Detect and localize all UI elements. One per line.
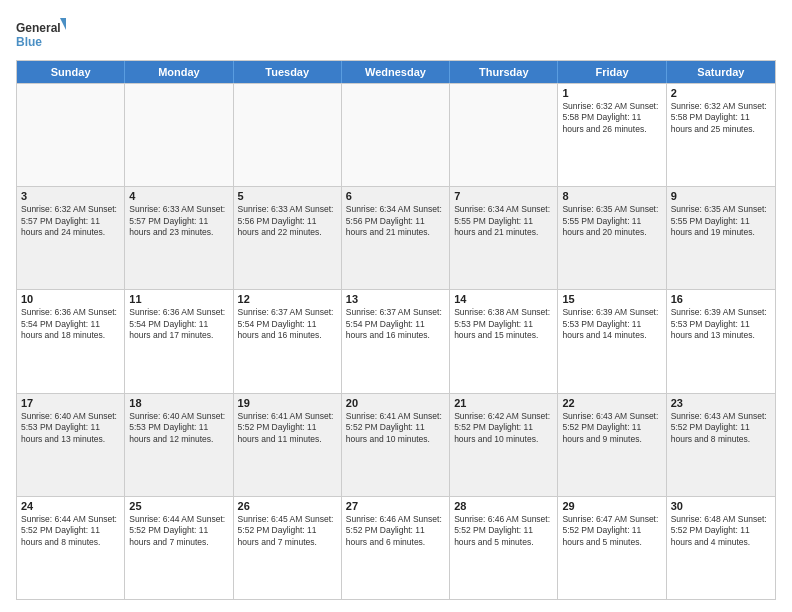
day-number-25: 25 [129,500,228,512]
day-info-5: Sunrise: 6:33 AM Sunset: 5:56 PM Dayligh… [238,204,337,238]
day-cell-7: 7Sunrise: 6:34 AM Sunset: 5:55 PM Daylig… [450,187,558,289]
day-info-7: Sunrise: 6:34 AM Sunset: 5:55 PM Dayligh… [454,204,553,238]
header-day-sunday: Sunday [17,61,125,83]
day-number-26: 26 [238,500,337,512]
calendar-body: 1Sunrise: 6:32 AM Sunset: 5:58 PM Daylig… [17,83,775,599]
day-cell-14: 14Sunrise: 6:38 AM Sunset: 5:53 PM Dayli… [450,290,558,392]
day-number-11: 11 [129,293,228,305]
calendar-header: SundayMondayTuesdayWednesdayThursdayFrid… [17,61,775,83]
day-cell-24: 24Sunrise: 6:44 AM Sunset: 5:52 PM Dayli… [17,497,125,599]
week-row-1: 1Sunrise: 6:32 AM Sunset: 5:58 PM Daylig… [17,83,775,186]
day-info-20: Sunrise: 6:41 AM Sunset: 5:52 PM Dayligh… [346,411,445,445]
day-number-4: 4 [129,190,228,202]
empty-cell-0-0 [17,84,125,186]
day-number-27: 27 [346,500,445,512]
svg-text:Blue: Blue [16,35,42,49]
day-cell-20: 20Sunrise: 6:41 AM Sunset: 5:52 PM Dayli… [342,394,450,496]
day-info-26: Sunrise: 6:45 AM Sunset: 5:52 PM Dayligh… [238,514,337,548]
day-number-30: 30 [671,500,771,512]
svg-marker-2 [60,18,66,30]
logo-svg: General Blue [16,16,66,52]
day-number-21: 21 [454,397,553,409]
day-info-22: Sunrise: 6:43 AM Sunset: 5:52 PM Dayligh… [562,411,661,445]
day-number-18: 18 [129,397,228,409]
day-info-9: Sunrise: 6:35 AM Sunset: 5:55 PM Dayligh… [671,204,771,238]
day-cell-25: 25Sunrise: 6:44 AM Sunset: 5:52 PM Dayli… [125,497,233,599]
day-info-10: Sunrise: 6:36 AM Sunset: 5:54 PM Dayligh… [21,307,120,341]
day-number-13: 13 [346,293,445,305]
day-info-30: Sunrise: 6:48 AM Sunset: 5:52 PM Dayligh… [671,514,771,548]
day-cell-22: 22Sunrise: 6:43 AM Sunset: 5:52 PM Dayli… [558,394,666,496]
day-info-12: Sunrise: 6:37 AM Sunset: 5:54 PM Dayligh… [238,307,337,341]
day-number-19: 19 [238,397,337,409]
day-number-24: 24 [21,500,120,512]
day-info-17: Sunrise: 6:40 AM Sunset: 5:53 PM Dayligh… [21,411,120,445]
day-info-4: Sunrise: 6:33 AM Sunset: 5:57 PM Dayligh… [129,204,228,238]
day-info-19: Sunrise: 6:41 AM Sunset: 5:52 PM Dayligh… [238,411,337,445]
day-cell-12: 12Sunrise: 6:37 AM Sunset: 5:54 PM Dayli… [234,290,342,392]
empty-cell-0-2 [234,84,342,186]
day-cell-16: 16Sunrise: 6:39 AM Sunset: 5:53 PM Dayli… [667,290,775,392]
day-info-23: Sunrise: 6:43 AM Sunset: 5:52 PM Dayligh… [671,411,771,445]
day-number-10: 10 [21,293,120,305]
week-row-4: 17Sunrise: 6:40 AM Sunset: 5:53 PM Dayli… [17,393,775,496]
day-number-22: 22 [562,397,661,409]
day-info-8: Sunrise: 6:35 AM Sunset: 5:55 PM Dayligh… [562,204,661,238]
header: General Blue [16,12,776,52]
header-day-tuesday: Tuesday [234,61,342,83]
day-cell-29: 29Sunrise: 6:47 AM Sunset: 5:52 PM Dayli… [558,497,666,599]
day-cell-13: 13Sunrise: 6:37 AM Sunset: 5:54 PM Dayli… [342,290,450,392]
day-number-2: 2 [671,87,771,99]
day-info-13: Sunrise: 6:37 AM Sunset: 5:54 PM Dayligh… [346,307,445,341]
day-info-27: Sunrise: 6:46 AM Sunset: 5:52 PM Dayligh… [346,514,445,548]
day-cell-30: 30Sunrise: 6:48 AM Sunset: 5:52 PM Dayli… [667,497,775,599]
day-cell-26: 26Sunrise: 6:45 AM Sunset: 5:52 PM Dayli… [234,497,342,599]
logo: General Blue [16,16,66,52]
week-row-2: 3Sunrise: 6:32 AM Sunset: 5:57 PM Daylig… [17,186,775,289]
day-number-5: 5 [238,190,337,202]
empty-cell-0-1 [125,84,233,186]
day-info-25: Sunrise: 6:44 AM Sunset: 5:52 PM Dayligh… [129,514,228,548]
day-number-14: 14 [454,293,553,305]
day-number-20: 20 [346,397,445,409]
day-number-12: 12 [238,293,337,305]
day-info-28: Sunrise: 6:46 AM Sunset: 5:52 PM Dayligh… [454,514,553,548]
empty-cell-0-4 [450,84,558,186]
day-cell-27: 27Sunrise: 6:46 AM Sunset: 5:52 PM Dayli… [342,497,450,599]
day-cell-6: 6Sunrise: 6:34 AM Sunset: 5:56 PM Daylig… [342,187,450,289]
header-day-thursday: Thursday [450,61,558,83]
day-number-3: 3 [21,190,120,202]
day-cell-19: 19Sunrise: 6:41 AM Sunset: 5:52 PM Dayli… [234,394,342,496]
day-cell-18: 18Sunrise: 6:40 AM Sunset: 5:53 PM Dayli… [125,394,233,496]
day-cell-1: 1Sunrise: 6:32 AM Sunset: 5:58 PM Daylig… [558,84,666,186]
day-cell-21: 21Sunrise: 6:42 AM Sunset: 5:52 PM Dayli… [450,394,558,496]
svg-text:General: General [16,21,61,35]
day-cell-11: 11Sunrise: 6:36 AM Sunset: 5:54 PM Dayli… [125,290,233,392]
day-info-2: Sunrise: 6:32 AM Sunset: 5:58 PM Dayligh… [671,101,771,135]
day-number-23: 23 [671,397,771,409]
header-day-saturday: Saturday [667,61,775,83]
day-number-28: 28 [454,500,553,512]
day-info-6: Sunrise: 6:34 AM Sunset: 5:56 PM Dayligh… [346,204,445,238]
day-number-17: 17 [21,397,120,409]
day-number-7: 7 [454,190,553,202]
day-cell-28: 28Sunrise: 6:46 AM Sunset: 5:52 PM Dayli… [450,497,558,599]
day-info-1: Sunrise: 6:32 AM Sunset: 5:58 PM Dayligh… [562,101,661,135]
day-number-6: 6 [346,190,445,202]
calendar: SundayMondayTuesdayWednesdayThursdayFrid… [16,60,776,600]
day-info-29: Sunrise: 6:47 AM Sunset: 5:52 PM Dayligh… [562,514,661,548]
day-number-16: 16 [671,293,771,305]
page: General Blue SundayMondayTuesdayWednesda… [0,0,792,612]
day-cell-9: 9Sunrise: 6:35 AM Sunset: 5:55 PM Daylig… [667,187,775,289]
day-cell-15: 15Sunrise: 6:39 AM Sunset: 5:53 PM Dayli… [558,290,666,392]
day-info-3: Sunrise: 6:32 AM Sunset: 5:57 PM Dayligh… [21,204,120,238]
week-row-5: 24Sunrise: 6:44 AM Sunset: 5:52 PM Dayli… [17,496,775,599]
day-info-24: Sunrise: 6:44 AM Sunset: 5:52 PM Dayligh… [21,514,120,548]
day-cell-3: 3Sunrise: 6:32 AM Sunset: 5:57 PM Daylig… [17,187,125,289]
day-number-9: 9 [671,190,771,202]
header-day-monday: Monday [125,61,233,83]
day-cell-4: 4Sunrise: 6:33 AM Sunset: 5:57 PM Daylig… [125,187,233,289]
day-info-16: Sunrise: 6:39 AM Sunset: 5:53 PM Dayligh… [671,307,771,341]
day-cell-2: 2Sunrise: 6:32 AM Sunset: 5:58 PM Daylig… [667,84,775,186]
day-number-8: 8 [562,190,661,202]
